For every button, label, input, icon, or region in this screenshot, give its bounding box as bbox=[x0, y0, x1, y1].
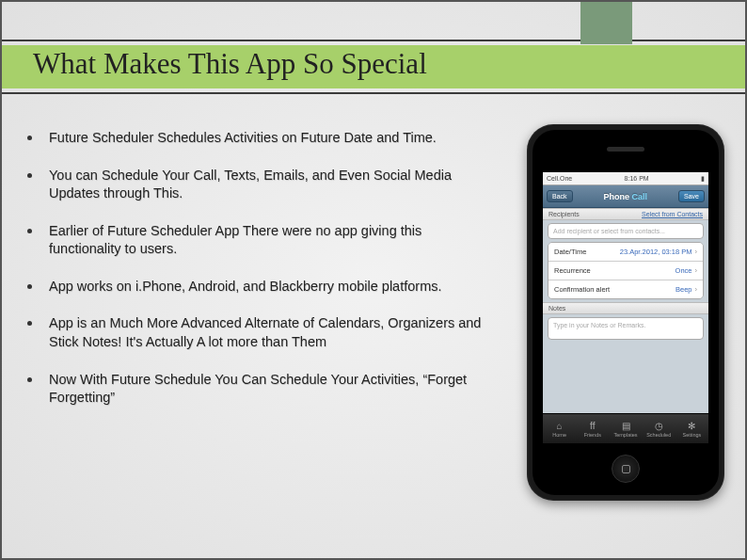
tab-label: Templates bbox=[613, 432, 637, 438]
phone-body: Cell.One 8:16 PM ▮ Back Phone Call Save … bbox=[532, 130, 719, 495]
tab-label: Settings bbox=[682, 432, 701, 438]
status-bar: Cell.One 8:16 PM ▮ bbox=[543, 172, 708, 185]
clock-label: 8:16 PM bbox=[625, 175, 649, 182]
list-item: Now With Future Schedule You Can Schedul… bbox=[25, 371, 496, 408]
bullet-icon bbox=[27, 284, 32, 289]
bullet-text: Earlier of Future Scheduler App There we… bbox=[49, 222, 496, 259]
save-button[interactable]: Save bbox=[678, 190, 705, 202]
list-item: App is an Much More Advanced Alternate o… bbox=[25, 314, 496, 351]
bullet-text: Future Scheduler Schedules Activities on… bbox=[49, 129, 496, 148]
nav-title-a: Phone bbox=[604, 192, 630, 201]
home-icon: ⌂ bbox=[553, 421, 565, 431]
tab-templates[interactable]: ▤ Templates bbox=[609, 414, 642, 443]
datetime-label: Date/Time bbox=[554, 248, 586, 256]
confirmation-row[interactable]: Confirmation alert Beep› bbox=[548, 280, 703, 298]
bullet-icon bbox=[27, 321, 32, 326]
list-item: You can Schedule Your Call, Texts, Email… bbox=[25, 167, 496, 203]
select-contacts-link[interactable]: Select from Contacts bbox=[642, 211, 703, 217]
phone-speaker bbox=[607, 147, 644, 152]
settings-list: Date/Time 23.Apr.2012, 03:18 PM› Recurre… bbox=[548, 242, 704, 299]
nav-title-b: Call bbox=[632, 192, 648, 201]
bullet-icon bbox=[27, 173, 32, 178]
nav-bar: Back Phone Call Save bbox=[543, 185, 708, 208]
chevron-right-icon: › bbox=[695, 266, 698, 275]
tab-scheduled[interactable]: ◷ Scheduled bbox=[643, 414, 675, 443]
tab-bar: ⌂ Home ff Friends ▤ Templates ◷ Schedule… bbox=[543, 413, 708, 443]
home-button-icon bbox=[622, 465, 630, 473]
list-item: App works on i.Phone, Android, and Black… bbox=[25, 278, 496, 296]
confirmation-label: Confirmation alert bbox=[554, 285, 610, 294]
back-button[interactable]: Back bbox=[547, 190, 573, 202]
accent-block bbox=[580, 2, 632, 44]
slide-container: What Makes This App So Special Future Sc… bbox=[0, 0, 747, 560]
bullet-icon bbox=[27, 229, 32, 233]
tab-label: Scheduled bbox=[646, 432, 671, 438]
tab-label: Home bbox=[552, 432, 566, 438]
recurrence-value: Once bbox=[675, 266, 692, 275]
notes-label: Notes bbox=[548, 305, 565, 312]
bullet-text: You can Schedule Your Call, Texts, Email… bbox=[49, 167, 496, 203]
bullet-text: App works on i.Phone, Android, and Black… bbox=[49, 278, 496, 296]
list-item: Earlier of Future Scheduler App There we… bbox=[25, 222, 496, 259]
friends-icon: ff bbox=[586, 421, 598, 431]
recurrence-label: Recurrence bbox=[554, 266, 591, 275]
recipients-input[interactable]: Add recipient or select from contacts... bbox=[548, 223, 704, 239]
list-item: Future Scheduler Schedules Activities on… bbox=[25, 129, 496, 148]
phone-screen: Cell.One 8:16 PM ▮ Back Phone Call Save … bbox=[543, 172, 708, 443]
tab-home[interactable]: ⌂ Home bbox=[543, 414, 576, 443]
carrier-label: Cell.One bbox=[547, 175, 572, 182]
clock-icon: ◷ bbox=[653, 421, 665, 431]
notes-input[interactable]: Type in your Notes or Remarks. bbox=[548, 317, 704, 340]
chevron-right-icon: › bbox=[695, 248, 698, 256]
home-button[interactable] bbox=[612, 455, 640, 483]
tab-settings[interactable]: ✻ Settings bbox=[675, 414, 708, 443]
battery-icon: ▮ bbox=[701, 175, 705, 183]
bullet-content: Future Scheduler Schedules Activities on… bbox=[25, 129, 496, 426]
recipients-label: Recipients bbox=[548, 211, 580, 217]
tab-friends[interactable]: ff Friends bbox=[576, 414, 609, 443]
datetime-row[interactable]: Date/Time 23.Apr.2012, 03:18 PM› bbox=[548, 243, 703, 262]
slide-title: What Makes This App So Special bbox=[33, 47, 427, 81]
chevron-right-icon: › bbox=[695, 285, 698, 294]
bullet-list: Future Scheduler Schedules Activities on… bbox=[25, 129, 496, 408]
tab-label: Friends bbox=[584, 432, 601, 438]
recurrence-row[interactable]: Recurrence Once› bbox=[548, 262, 703, 280]
bullet-text: Now With Future Schedule You Can Schedul… bbox=[49, 371, 496, 408]
bullet-icon bbox=[27, 377, 32, 382]
notes-header: Notes bbox=[543, 302, 708, 314]
bullet-text: App is an Much More Advanced Alternate o… bbox=[49, 314, 496, 351]
bullet-icon bbox=[27, 136, 32, 140]
gear-icon: ✻ bbox=[686, 421, 698, 431]
confirmation-value: Beep bbox=[675, 285, 692, 294]
nav-title: Phone Call bbox=[604, 192, 648, 201]
recipients-header: Recipients Select from Contacts bbox=[543, 208, 708, 220]
templates-icon: ▤ bbox=[620, 421, 632, 431]
datetime-value: 23.Apr.2012, 03:18 PM bbox=[620, 248, 692, 256]
phone-mockup: Cell.One 8:16 PM ▮ Back Phone Call Save … bbox=[527, 124, 724, 501]
